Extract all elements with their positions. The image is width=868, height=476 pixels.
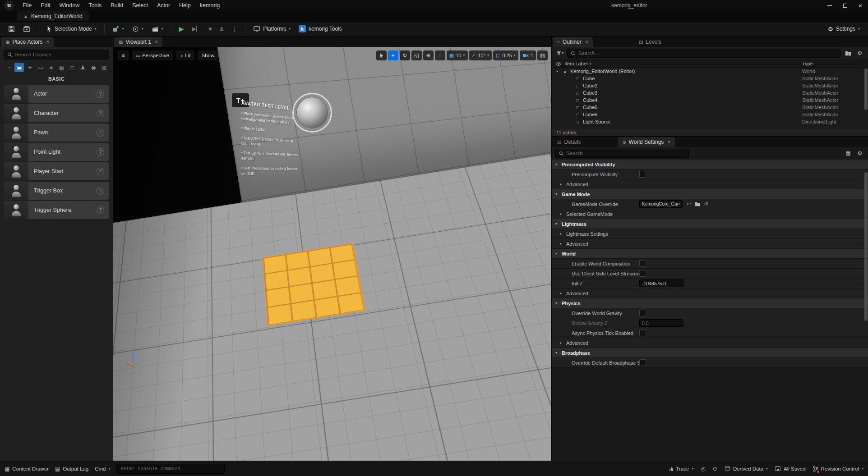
world-local-toggle[interactable]: ⊕ bbox=[423, 50, 434, 60]
tab-details[interactable]: ▤ Details bbox=[553, 137, 585, 147]
settings-row[interactable]: Use Client Side Level Streaming... ▾ ↩ bbox=[552, 269, 868, 279]
add-actor-dropdown[interactable]: ▾ bbox=[109, 23, 128, 35]
kemorig-tools-button[interactable]: k kemorig Tools bbox=[295, 23, 346, 35]
cinematic-icon[interactable]: ▭ bbox=[36, 63, 45, 72]
geometry-icon[interactable]: ▦ bbox=[57, 63, 66, 72]
place-actor-item[interactable]: Trigger Box ? bbox=[4, 182, 109, 200]
outliner-row[interactable]: □ Cube2 StaticMeshActor bbox=[552, 82, 868, 89]
column-item-label[interactable]: Item Label ▴ bbox=[562, 61, 802, 66]
content-drawer-button[interactable]: ▦ Content Drawer bbox=[5, 466, 49, 472]
scrollbar-thumb[interactable] bbox=[864, 69, 868, 110]
grid-snap-control[interactable]: ▦ 10 ▾ bbox=[447, 50, 468, 60]
browse-content-button[interactable] bbox=[19, 23, 34, 35]
outliner-row[interactable]: □ Cube StaticMeshActor bbox=[552, 75, 868, 82]
settings-row[interactable]: Physics ▾ ↩ bbox=[552, 298, 868, 308]
help-icon[interactable]: ? bbox=[97, 129, 104, 137]
settings-row[interactable]: Enable World Composition ▾ ↩ bbox=[552, 259, 868, 269]
scrollbar-thumb[interactable] bbox=[864, 172, 868, 321]
tab-viewport-1[interactable]: ▦ Viewport 1 × bbox=[114, 37, 162, 47]
settings-dropdown[interactable]: ⚙ Settings ▾ bbox=[824, 23, 863, 35]
row-expander-icon[interactable] bbox=[560, 291, 566, 295]
row-expander-icon[interactable] bbox=[560, 212, 566, 216]
row-expander-icon[interactable] bbox=[555, 252, 562, 256]
settings-row[interactable]: Precompute Visibility ▾ ↩ bbox=[552, 169, 868, 179]
wall-instructions-text[interactable]: AVATAR TEST LEVEL Place your avatar (a s… bbox=[241, 100, 300, 181]
place-actor-item[interactable]: Pawn ? bbox=[4, 124, 109, 142]
outliner-row[interactable]: □ Cube6 StaticMeshActor bbox=[552, 111, 868, 118]
outliner-settings-button[interactable]: ⚙ bbox=[855, 49, 864, 58]
derived-data-dropdown[interactable]: Derived Data ▾ bbox=[725, 466, 768, 471]
play-options-button[interactable]: ⋮ bbox=[228, 23, 241, 35]
close-icon[interactable]: × bbox=[585, 39, 588, 45]
row-expander-icon[interactable] bbox=[555, 351, 562, 355]
show-dropdown[interactable]: Show bbox=[197, 50, 218, 60]
checkbox[interactable] bbox=[639, 270, 646, 277]
place-actor-item[interactable]: Actor ? bbox=[4, 85, 109, 103]
row-expander-icon[interactable] bbox=[555, 222, 562, 226]
save-status[interactable]: All Saved bbox=[775, 466, 806, 471]
help-icon[interactable]: ? bbox=[97, 90, 104, 98]
record-status-button[interactable]: ◎ bbox=[701, 466, 705, 472]
perspective-dropdown[interactable]: ▭ Perspective bbox=[132, 50, 174, 60]
value-field[interactable]: -1048575.0 bbox=[639, 279, 683, 287]
console-command-input[interactable] bbox=[116, 464, 225, 474]
menu-item[interactable]: Build bbox=[106, 0, 128, 11]
reset-to-default-icon[interactable]: ↺ bbox=[702, 201, 710, 208]
outliner-search-input[interactable] bbox=[578, 50, 837, 56]
eye-icon[interactable] bbox=[555, 62, 562, 66]
row-expander-icon[interactable] bbox=[560, 182, 566, 186]
settings-row[interactable]: Override Default Broadphase Setti... ▾ ↩ bbox=[552, 358, 868, 368]
unreal-logo-icon[interactable]: u bbox=[5, 1, 14, 10]
menu-item[interactable]: Select bbox=[128, 0, 152, 11]
platforms-dropdown[interactable]: Platforms ▾ bbox=[249, 23, 294, 35]
row-expander-icon[interactable] bbox=[555, 301, 562, 305]
camera-speed-control[interactable]: 1 bbox=[520, 50, 536, 60]
save-button[interactable] bbox=[5, 23, 18, 35]
trace-dropdown[interactable]: Trace ▾ bbox=[669, 466, 693, 471]
eject-button[interactable]: ▲▬ bbox=[216, 23, 227, 35]
scale-tool-button[interactable]: ◱ bbox=[411, 50, 422, 60]
help-icon[interactable]: ? bbox=[97, 168, 104, 175]
help-icon[interactable]: ? bbox=[97, 148, 104, 156]
volumes-icon[interactable]: □ bbox=[68, 63, 77, 72]
selected-floor-tiles[interactable] bbox=[263, 244, 365, 325]
close-icon[interactable]: × bbox=[46, 39, 49, 45]
row-expander-icon[interactable] bbox=[560, 341, 566, 345]
outliner-row[interactable]: □ Cube4 StaticMeshActor bbox=[552, 96, 868, 104]
settings-row[interactable]: GameMode Override KemorigCore_Gan ▾ ↩ bbox=[552, 199, 868, 209]
menu-item[interactable]: Actor bbox=[152, 0, 175, 11]
search-classes-input[interactable] bbox=[15, 52, 106, 57]
settings-row[interactable]: Precomputed Visibility ▾ ↩ bbox=[552, 160, 868, 169]
row-expander-icon[interactable] bbox=[560, 242, 566, 246]
tab-levels[interactable]: ▤ Levels bbox=[634, 37, 666, 47]
selection-mode-dropdown[interactable]: Selection Mode ▾ bbox=[42, 23, 100, 35]
gameplay-icon[interactable]: ◉ bbox=[89, 63, 98, 72]
gamemode-override-dropdown[interactable]: KemorigCore_Gan ▾ bbox=[639, 200, 683, 208]
lights-icon[interactable]: ☀ bbox=[25, 63, 35, 72]
viewport-options-button[interactable]: ≡ bbox=[118, 50, 129, 60]
settings-search-input[interactable] bbox=[566, 151, 685, 156]
details-settings-button[interactable]: ⚙ bbox=[855, 149, 864, 158]
tab-outliner[interactable]: ≡ Outliner × bbox=[553, 37, 593, 47]
checkbox[interactable] bbox=[639, 330, 646, 336]
settings-row[interactable]: Selected GameMode ▾ ↩ bbox=[552, 209, 868, 219]
place-actor-item[interactable]: Point Light ? bbox=[4, 143, 109, 161]
outliner-row[interactable]: □ Cube3 StaticMeshActor bbox=[552, 89, 868, 96]
row-expander-icon[interactable] bbox=[555, 192, 562, 196]
menu-item[interactable]: Help bbox=[175, 0, 195, 11]
target-status-button[interactable]: ⊙ bbox=[713, 466, 717, 472]
view-mode-dropdown[interactable]: ◑ Lit bbox=[176, 50, 194, 60]
outliner-row[interactable]: □ Cube5 StaticMeshActor bbox=[552, 104, 868, 111]
place-actor-item[interactable]: Trigger Sphere ? bbox=[4, 201, 109, 219]
expander-icon[interactable]: ▾ bbox=[556, 69, 562, 73]
move-tool-button[interactable]: + bbox=[388, 50, 398, 60]
menu-item[interactable]: kemorig bbox=[195, 0, 224, 11]
filter-button[interactable]: ▾ bbox=[555, 49, 564, 58]
settings-scrollbar[interactable] bbox=[864, 160, 868, 461]
settings-row[interactable]: Advanced ▾ ↩ bbox=[552, 338, 868, 348]
browse-to-asset-icon[interactable] bbox=[694, 201, 701, 208]
settings-row[interactable]: Game Mode ▾ ↩ bbox=[552, 189, 868, 199]
visual-effects-icon[interactable]: ∗ bbox=[46, 63, 56, 72]
stop-button[interactable]: ■ bbox=[205, 23, 215, 35]
column-type[interactable]: Type bbox=[802, 61, 868, 66]
